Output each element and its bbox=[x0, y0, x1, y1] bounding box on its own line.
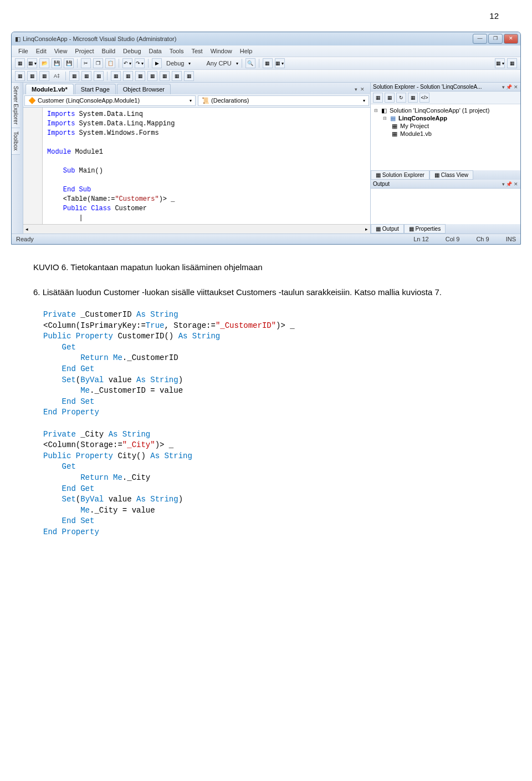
class-selector[interactable]: 🔶 Customer (LinqConsoleApp.Module1) bbox=[24, 95, 196, 106]
tb2-icon[interactable]: ▦ bbox=[160, 71, 170, 81]
se-show-all-icon[interactable]: ▦ bbox=[385, 93, 395, 103]
window-title: LinqConsoleApp - Microsoft Visual Studio… bbox=[23, 36, 176, 42]
side-tab-server-explorer[interactable]: Server Explorer bbox=[12, 83, 20, 128]
editor-gutter bbox=[23, 108, 43, 224]
undo-icon[interactable]: ↶ bbox=[122, 58, 132, 68]
menu-build[interactable]: Build bbox=[99, 47, 119, 55]
side-tab-toolbox[interactable]: Toolbox bbox=[12, 128, 20, 154]
config-select[interactable]: Debug bbox=[164, 60, 186, 67]
cut-icon[interactable]: ✂ bbox=[81, 58, 91, 68]
status-ins: INS bbox=[506, 236, 516, 242]
menu-data[interactable]: Data bbox=[146, 47, 165, 55]
output-header: Output ▾ 📌 ✕ bbox=[371, 180, 520, 189]
document-text: KUVIO 6. Tietokantaan mapatun luokan lis… bbox=[0, 245, 532, 554]
tab-start-page[interactable]: Start Page bbox=[75, 84, 116, 94]
close-button[interactable]: ✕ bbox=[504, 34, 518, 44]
tab-solution-explorer[interactable]: ▦ Solution Explorer bbox=[371, 170, 429, 180]
menu-tools[interactable]: Tools bbox=[166, 47, 187, 55]
status-ready: Ready bbox=[16, 236, 34, 242]
new-project-icon[interactable]: ▦ bbox=[15, 58, 25, 68]
code-editor[interactable]: Imports System.Data.Linq Imports System.… bbox=[23, 108, 370, 224]
menu-debug[interactable]: Debug bbox=[120, 47, 144, 55]
tree-module1[interactable]: ▦Module1.vb bbox=[374, 130, 517, 138]
tb2-icon[interactable]: ▦ bbox=[172, 71, 182, 81]
tb2-icon[interactable]: ▦ bbox=[135, 71, 145, 81]
tb-icon-1[interactable]: ▦ bbox=[263, 58, 273, 68]
output-controls[interactable]: ▾ 📌 ✕ bbox=[502, 181, 518, 187]
code-sample: Private _CustomerID As String <Column(Is… bbox=[43, 310, 499, 537]
tab-class-view[interactable]: ▦ Class View bbox=[429, 170, 473, 180]
output-body[interactable] bbox=[371, 189, 520, 224]
tb2-icon[interactable]: ▦ bbox=[15, 71, 25, 81]
tree-solution[interactable]: ⊟◧Solution 'LinqConsoleApp' (1 project) bbox=[374, 106, 517, 114]
toolbar-2: ▦ ▦ ▦ A‡ ▦ ▦ ▦ ▦ ▦ ▦ ▦ ▦ ▦ ▦ bbox=[12, 69, 520, 82]
paste-icon[interactable]: 📋 bbox=[105, 58, 115, 68]
figure-caption: KUVIO 6. Tietokantaan mapatun luokan lis… bbox=[33, 261, 499, 274]
status-ch: Ch 9 bbox=[476, 236, 489, 242]
status-line: Ln 12 bbox=[413, 236, 429, 242]
tb2-icon[interactable]: ▦ bbox=[184, 71, 194, 81]
menu-project[interactable]: Project bbox=[71, 47, 97, 55]
editor-scrollbar[interactable]: ◂▸ bbox=[23, 224, 370, 234]
menu-bar: FileEditViewProjectBuildDebugDataToolsTe… bbox=[12, 45, 520, 57]
solution-explorer-toolbar: ▦ ▦ ↻ ▦ </> bbox=[371, 92, 520, 104]
title-bar: ◧ LinqConsoleApp - Microsoft Visual Stud… bbox=[12, 32, 520, 45]
se-icon[interactable]: ▦ bbox=[408, 93, 418, 103]
tb2-icon[interactable]: ▦ bbox=[111, 71, 121, 81]
tab-properties[interactable]: ▦ Properties bbox=[404, 224, 446, 234]
solution-explorer-tree: ⊟◧Solution 'LinqConsoleApp' (1 project) … bbox=[371, 104, 520, 170]
tab-close-icon[interactable]: ✕ bbox=[360, 87, 365, 92]
page-number: 12 bbox=[0, 0, 532, 26]
menu-test[interactable]: Test bbox=[188, 47, 206, 55]
status-col: Col 9 bbox=[446, 236, 460, 242]
save-all-icon[interactable]: 💾 bbox=[64, 58, 74, 68]
start-debug-icon[interactable]: ▶ bbox=[152, 58, 162, 68]
toolbar-1: ▦ ▦ 📂 💾 💾 ✂ ❐ 📋 ↶ ↷ ▶ Debug▾ Any CPU▾ 🔍 … bbox=[12, 57, 520, 69]
tb2-icon[interactable]: ▦ bbox=[81, 71, 91, 81]
se-properties-icon[interactable]: ▦ bbox=[373, 93, 383, 103]
menu-window[interactable]: Window bbox=[207, 47, 236, 55]
solution-explorer-header: Solution Explorer - Solution 'LinqConsol… bbox=[371, 83, 520, 92]
tb2-icon[interactable]: ▦ bbox=[69, 71, 79, 81]
tb2-icon[interactable]: ▦ bbox=[147, 71, 157, 81]
menu-view[interactable]: View bbox=[51, 47, 71, 55]
tb-icon-2[interactable]: ▦ bbox=[275, 58, 285, 68]
tb2-icon[interactable]: ▦ bbox=[94, 71, 104, 81]
app-icon: ◧ bbox=[15, 36, 21, 43]
tab-dropdown-icon[interactable]: ▾ bbox=[355, 87, 357, 92]
tb2-icon[interactable]: ▦ bbox=[27, 71, 37, 81]
menu-file[interactable]: File bbox=[15, 47, 32, 55]
tb-icon-4[interactable]: ▦ bbox=[507, 58, 517, 68]
menu-help[interactable]: Help bbox=[237, 47, 256, 55]
tree-project[interactable]: ⊟▦LinqConsoleApp bbox=[374, 114, 517, 122]
add-item-icon[interactable]: ▦ bbox=[27, 58, 37, 68]
tb2-icon[interactable]: ▦ bbox=[39, 71, 49, 81]
redo-icon[interactable]: ↷ bbox=[135, 58, 145, 68]
platform-select[interactable]: Any CPU bbox=[204, 60, 233, 67]
tab-output[interactable]: ▦ Output bbox=[371, 224, 404, 234]
se-refresh-icon[interactable]: ↻ bbox=[396, 93, 406, 103]
visual-studio-window: ◧ LinqConsoleApp - Microsoft Visual Stud… bbox=[11, 32, 521, 245]
maximize-button[interactable]: ❐ bbox=[488, 34, 503, 44]
status-bar: Ready Ln 12 Col 9 Ch 9 INS bbox=[12, 234, 520, 244]
tab-object-browser[interactable]: Object Browser bbox=[117, 84, 171, 94]
open-file-icon[interactable]: 📂 bbox=[39, 58, 49, 68]
method-selector[interactable]: 📜 (Declarations) bbox=[198, 95, 369, 106]
save-icon[interactable]: 💾 bbox=[52, 58, 62, 68]
minimize-button[interactable]: — bbox=[473, 34, 487, 44]
se-view-code-icon[interactable]: </> bbox=[420, 93, 429, 103]
editor-tab-strip: Module1.vb* Start Page Object Browser ▾ … bbox=[23, 83, 370, 94]
copy-icon[interactable]: ❐ bbox=[93, 58, 103, 68]
find-icon[interactable]: 🔍 bbox=[245, 58, 255, 68]
tb2-icon[interactable]: ▦ bbox=[123, 71, 133, 81]
paragraph: 6. Lisätään luodun Customer -luokan sisä… bbox=[33, 286, 499, 299]
tab-module1[interactable]: Module1.vb* bbox=[25, 84, 74, 94]
menu-edit[interactable]: Edit bbox=[33, 47, 50, 55]
pin-icon[interactable]: ▾ 📌 ✕ bbox=[502, 84, 518, 90]
tb-icon-3[interactable]: ▦ bbox=[495, 58, 505, 68]
tree-my-project[interactable]: ▦My Project bbox=[374, 122, 517, 130]
